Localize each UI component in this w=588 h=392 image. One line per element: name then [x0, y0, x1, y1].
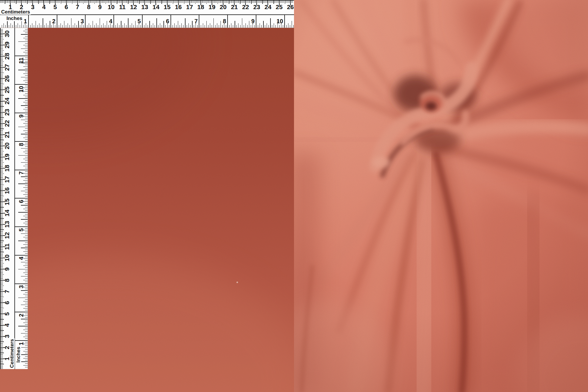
quarter-inch-tick: [21, 276, 28, 277]
mm-tick: [99, 0, 99, 3]
quarter-inch-tick: [7, 21, 8, 28]
mm-tick: [0, 54, 3, 54]
sixteenth-inch-tick: [25, 228, 28, 228]
mm-tick: [0, 186, 3, 186]
top-ruler: Centimeters Inches 123456789101112131415…: [0, 0, 294, 28]
mm-tick: [0, 35, 3, 35]
mm-tick: [0, 215, 3, 215]
mm-tick: [73, 0, 73, 3]
mm-tick: [0, 104, 3, 104]
mm-tick: [0, 55, 3, 55]
mm-tick: [0, 305, 3, 305]
mm-tick: [67, 0, 68, 3]
quarter-inch-tick: [21, 162, 28, 163]
mm-tick: [233, 0, 233, 3]
mm-tick: [0, 136, 3, 136]
mm-tick: [0, 183, 3, 183]
half-cm-tick: [251, 0, 252, 4]
mm-tick: [244, 0, 245, 3]
mm-tick: [0, 68, 3, 69]
mm-tick: [129, 0, 129, 3]
mm-tick: [0, 161, 3, 161]
quarter-inch-tick: [21, 191, 28, 191]
mm-tick: [0, 217, 3, 218]
sixteenth-inch-tick: [25, 264, 28, 264]
mm-tick: [138, 0, 138, 3]
cm-number: 21: [4, 131, 10, 139]
mm-tick: [7, 0, 7, 3]
cm-number: 14: [4, 209, 10, 217]
mm-tick: [0, 276, 3, 276]
mm-tick: [266, 0, 266, 3]
mm-tick: [109, 0, 109, 3]
eighth-inch-tick: [23, 358, 28, 358]
mm-tick: [26, 0, 26, 3]
cm-number: 11: [118, 4, 126, 10]
cm-number: 27: [4, 63, 10, 71]
sixteenth-inch-tick: [25, 257, 28, 257]
sixteenth-inch-tick: [244, 25, 244, 28]
mm-tick: [29, 0, 30, 3]
mm-tick: [0, 171, 3, 172]
sixteenth-inch-tick: [25, 214, 28, 214]
half-cm-tick: [49, 0, 50, 4]
eighth-inch-tick: [153, 23, 153, 28]
mm-tick: [0, 245, 3, 246]
mm-tick: [0, 346, 3, 346]
half-cm-tick: [0, 353, 4, 353]
mm-tick: [37, 0, 38, 3]
sixteenth-inch-tick: [25, 335, 28, 335]
eighth-inch-tick: [32, 23, 32, 28]
mm-tick: [215, 0, 216, 3]
mm-tick: [108, 0, 108, 3]
mm-tick: [143, 0, 144, 3]
eighth-inch-tick: [23, 216, 28, 216]
mm-tick: [158, 0, 158, 3]
mm-tick: [118, 0, 118, 3]
half-inch-tick: [242, 18, 243, 28]
mm-tick: [0, 31, 3, 31]
sixteenth-inch-tick: [265, 25, 265, 28]
mm-tick: [0, 206, 3, 206]
mm-tick: [0, 139, 3, 139]
mm-tick: [0, 181, 3, 182]
flat-fabric-image: [0, 0, 294, 392]
sixteenth-inch-tick: [25, 207, 28, 207]
sixteenth-inch-tick: [25, 33, 28, 33]
mm-tick: [140, 0, 141, 3]
mm-tick: [216, 0, 217, 3]
mm-tick: [0, 270, 3, 270]
sixteenth-inch-tick: [62, 25, 63, 28]
eighth-inch-tick: [23, 337, 28, 337]
mm-tick: [0, 132, 3, 132]
inch-number: 6: [163, 18, 169, 24]
mm-tick: [0, 92, 3, 92]
sixteenth-inch-tick: [25, 253, 28, 253]
inch-tick: [113, 15, 114, 28]
cm-number: 20: [219, 4, 227, 10]
mm-tick: [24, 0, 24, 3]
sixteenth-inch-tick: [247, 25, 248, 28]
mm-tick: [0, 198, 3, 198]
mm-tick: [136, 0, 136, 3]
mm-tick: [0, 348, 3, 349]
mm-tick: [204, 0, 204, 3]
mm-tick: [54, 0, 54, 3]
sixteenth-inch-tick: [25, 47, 28, 47]
sixteenth-inch-tick: [20, 25, 20, 28]
mm-tick: [131, 0, 132, 3]
sixteenth-inch-tick: [80, 25, 80, 28]
mm-tick: [159, 0, 160, 3]
mm-tick: [175, 0, 175, 3]
mm-tick: [284, 0, 284, 3]
sixteenth-inch-tick: [87, 25, 87, 28]
sixteenth-inch-tick: [144, 25, 144, 28]
mm-tick: [221, 0, 221, 3]
half-cm-tick: [0, 174, 4, 174]
mm-tick: [0, 125, 3, 126]
mm-tick: [104, 0, 105, 3]
centimeters-label: Centimeters: [9, 338, 15, 369]
inch-tick: [15, 198, 28, 198]
sixteenth-inch-tick: [272, 25, 272, 28]
half-cm-tick: [72, 0, 73, 4]
